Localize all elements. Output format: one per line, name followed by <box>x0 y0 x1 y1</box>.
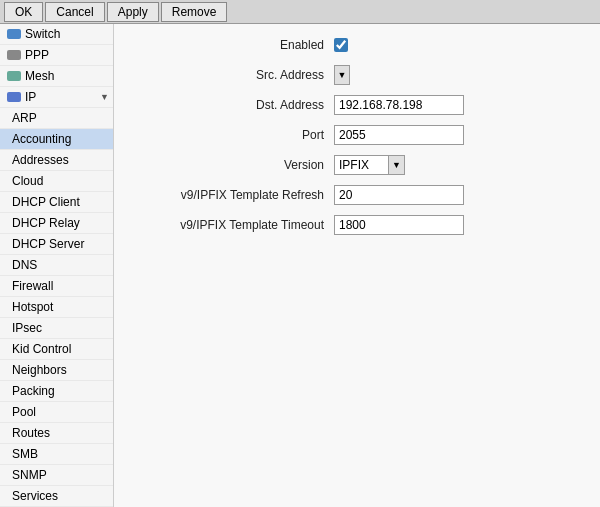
sidebar-item-label-routes: Routes <box>12 426 50 440</box>
sidebar-item-label-ipsec: IPsec <box>12 321 42 335</box>
template-timeout-label: v9/IPFIX Template Timeout <box>134 218 334 232</box>
template-timeout-input[interactable] <box>334 215 464 235</box>
sidebar-item-cloud[interactable]: Cloud <box>0 171 113 192</box>
version-value: IPFIX ▼ <box>334 155 405 175</box>
dst-address-row: Dst. Address <box>134 94 580 116</box>
ip-icon <box>6 90 22 104</box>
src-address-value: ▼ <box>334 65 350 85</box>
enabled-label: Enabled <box>134 38 334 52</box>
sidebar-item-dhcp-server[interactable]: DHCP Server <box>0 234 113 255</box>
dst-address-value <box>334 95 464 115</box>
sidebar-item-label-mesh: Mesh <box>25 69 54 83</box>
sidebar-item-label-pool: Pool <box>12 405 36 419</box>
chevron-down-icon: ▼ <box>100 92 109 102</box>
sidebar-item-label-hotspot: Hotspot <box>12 300 53 314</box>
sidebar-item-switch[interactable]: Switch <box>0 24 113 45</box>
sidebar-item-label-packing: Packing <box>12 384 55 398</box>
template-timeout-value <box>334 215 464 235</box>
ppp-icon <box>6 48 22 62</box>
port-value <box>334 125 464 145</box>
enabled-value <box>334 38 348 52</box>
port-row: Port <box>134 124 580 146</box>
sidebar-item-dhcp-client[interactable]: DHCP Client <box>0 192 113 213</box>
enabled-checkbox[interactable] <box>334 38 348 52</box>
sidebar-item-packing[interactable]: Packing <box>0 381 113 402</box>
sidebar-item-label-dhcp-client: DHCP Client <box>12 195 80 209</box>
sidebar-item-services[interactable]: Services <box>0 486 113 507</box>
sidebar-item-pool[interactable]: Pool <box>0 402 113 423</box>
ok-button[interactable]: OK <box>4 2 43 22</box>
sidebar: SwitchPPPMeshIP▼ARPAccountingAddressesCl… <box>0 24 114 507</box>
sidebar-item-label-arp: ARP <box>12 111 37 125</box>
cancel-button[interactable]: Cancel <box>45 2 104 22</box>
template-timeout-row: v9/IPFIX Template Timeout <box>134 214 580 236</box>
sidebar-item-arp[interactable]: ARP <box>0 108 113 129</box>
remove-button[interactable]: Remove <box>161 2 228 22</box>
src-address-label: Src. Address <box>134 68 334 82</box>
dst-address-input[interactable] <box>334 95 464 115</box>
sidebar-item-addresses[interactable]: Addresses <box>0 150 113 171</box>
sidebar-item-ppp[interactable]: PPP <box>0 45 113 66</box>
sidebar-item-dns[interactable]: DNS <box>0 255 113 276</box>
sidebar-item-dhcp-relay[interactable]: DHCP Relay <box>0 213 113 234</box>
sidebar-item-ip[interactable]: IP▼ <box>0 87 113 108</box>
sidebar-item-routes[interactable]: Routes <box>0 423 113 444</box>
sidebar-item-label-services: Services <box>12 489 58 503</box>
sidebar-item-label-snmp: SNMP <box>12 468 47 482</box>
sidebar-item-mesh[interactable]: Mesh <box>0 66 113 87</box>
version-row: Version IPFIX ▼ <box>134 154 580 176</box>
main-layout: SwitchPPPMeshIP▼ARPAccountingAddressesCl… <box>0 24 600 507</box>
sidebar-item-label-dhcp-server: DHCP Server <box>12 237 84 251</box>
version-dropdown-btn[interactable]: ▼ <box>389 155 405 175</box>
sidebar-item-label-kid-control: Kid Control <box>12 342 71 356</box>
template-refresh-input[interactable] <box>334 185 464 205</box>
version-label: Version <box>134 158 334 172</box>
enabled-row: Enabled <box>134 34 580 56</box>
sidebar-item-snmp[interactable]: SNMP <box>0 465 113 486</box>
port-input[interactable] <box>334 125 464 145</box>
dst-address-label: Dst. Address <box>134 98 334 112</box>
sidebar-item-label-ip: IP <box>25 90 36 104</box>
src-address-dropdown-btn[interactable]: ▼ <box>334 65 350 85</box>
version-field: IPFIX <box>334 155 389 175</box>
sidebar-item-kid-control[interactable]: Kid Control <box>0 339 113 360</box>
sidebar-item-ipsec[interactable]: IPsec <box>0 318 113 339</box>
apply-button[interactable]: Apply <box>107 2 159 22</box>
sidebar-item-neighbors[interactable]: Neighbors <box>0 360 113 381</box>
sidebar-item-label-accounting: Accounting <box>12 132 71 146</box>
sidebar-item-label-smb: SMB <box>12 447 38 461</box>
src-address-row: Src. Address ▼ <box>134 64 580 86</box>
sidebar-item-label-switch: Switch <box>25 27 60 41</box>
content-panel: Enabled Src. Address ▼ Dst. Address Port <box>114 24 600 507</box>
sidebar-item-smb[interactable]: SMB <box>0 444 113 465</box>
toolbar: OK Cancel Apply Remove <box>0 0 600 24</box>
sidebar-item-hotspot[interactable]: Hotspot <box>0 297 113 318</box>
sidebar-item-firewall[interactable]: Firewall <box>0 276 113 297</box>
template-refresh-label: v9/IPFIX Template Refresh <box>134 188 334 202</box>
switch-icon <box>6 27 22 41</box>
sidebar-item-label-dns: DNS <box>12 258 37 272</box>
template-refresh-value <box>334 185 464 205</box>
sidebar-item-label-addresses: Addresses <box>12 153 69 167</box>
sidebar-item-label-ppp: PPP <box>25 48 49 62</box>
sidebar-item-label-dhcp-relay: DHCP Relay <box>12 216 80 230</box>
port-label: Port <box>134 128 334 142</box>
sidebar-item-label-cloud: Cloud <box>12 174 43 188</box>
sidebar-item-label-neighbors: Neighbors <box>12 363 67 377</box>
sidebar-item-label-firewall: Firewall <box>12 279 53 293</box>
mesh-icon <box>6 69 22 83</box>
template-refresh-row: v9/IPFIX Template Refresh <box>134 184 580 206</box>
sidebar-item-accounting[interactable]: Accounting <box>0 129 113 150</box>
